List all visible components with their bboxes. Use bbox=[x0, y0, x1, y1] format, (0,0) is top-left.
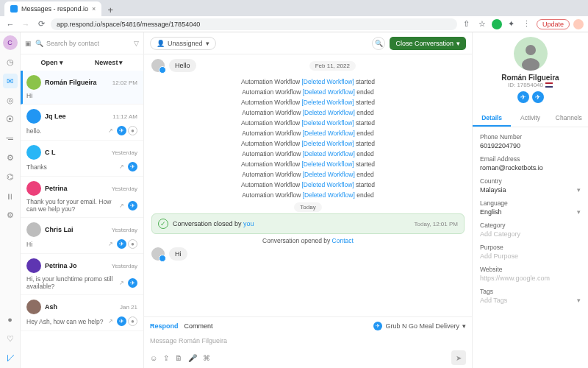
contacts-icon[interactable]: ◎ bbox=[3, 93, 18, 107]
workflow-link[interactable]: [Deleted Workflow] bbox=[301, 78, 354, 85]
conversation-item[interactable]: C LYesterdayThanks↗✈ bbox=[21, 141, 143, 177]
workflow-link[interactable]: [Deleted Workflow] bbox=[303, 171, 355, 178]
workflow-link[interactable]: [Deleted Workflow] bbox=[301, 160, 354, 168]
channel-selector[interactable]: ✈ Grub N Go Meal Delivery ▾ bbox=[373, 322, 466, 330]
assignee-dropdown[interactable]: 👤 Unassigned ▾ bbox=[150, 37, 216, 50]
profile-avatar[interactable] bbox=[573, 19, 584, 29]
conversation-item[interactable]: Chris LaiYesterdayHi↗✈● bbox=[21, 218, 143, 254]
extensions-icon[interactable]: ✦ bbox=[506, 18, 517, 30]
contact-field[interactable]: Phone Number60192204790 bbox=[480, 130, 581, 152]
conversation-name: Jq Lee bbox=[45, 113, 109, 120]
tab-comment[interactable]: Comment bbox=[184, 322, 213, 330]
workflow-link[interactable]: [Deleted Workflow] bbox=[301, 140, 354, 147]
snippet-icon[interactable]: ⌘ bbox=[203, 354, 210, 362]
workflow-event: Automation Workflow [Deleted Workflow] s… bbox=[151, 97, 465, 107]
close-tab-icon[interactable]: × bbox=[92, 5, 96, 13]
delivered-icon: ↗ bbox=[117, 278, 126, 288]
new-tab-button[interactable]: + bbox=[104, 3, 117, 16]
forward-icon[interactable]: → bbox=[20, 18, 32, 30]
workflow-event: Automation Workflow [Deleted Workflow] s… bbox=[151, 180, 465, 190]
send-button[interactable]: ➤ bbox=[451, 350, 466, 365]
workflows-icon[interactable]: ≔ bbox=[3, 131, 18, 146]
filter-icon[interactable]: ▽ bbox=[134, 40, 139, 47]
contact-field[interactable]: LanguageEnglish▾ bbox=[480, 197, 581, 219]
close-conversation-button[interactable]: Close Conversation ▾ bbox=[390, 37, 466, 50]
contact-photo bbox=[514, 37, 548, 71]
reload-icon[interactable]: ⟳ bbox=[35, 18, 47, 30]
extension-icon[interactable] bbox=[492, 19, 502, 29]
avatar bbox=[26, 109, 41, 124]
field-label: Category bbox=[480, 222, 581, 229]
tab-respond[interactable]: Respond bbox=[150, 322, 179, 330]
url-text: app.respond.io/space/54816/message/17854… bbox=[57, 21, 200, 28]
gear-icon[interactable]: ⚙ bbox=[3, 208, 18, 222]
opened-by-link[interactable]: Contact bbox=[332, 237, 354, 244]
conversation-name: Petrina Jo bbox=[45, 262, 108, 269]
telegram-icon[interactable]: ✈ bbox=[517, 91, 529, 103]
workflow-link[interactable]: [Deleted Workflow] bbox=[301, 99, 354, 106]
back-icon[interactable]: ← bbox=[4, 18, 16, 30]
menu-icon[interactable]: ⋮ bbox=[521, 18, 533, 30]
contact-name: Román Filgueira bbox=[477, 74, 584, 82]
help-icon[interactable]: ♡ bbox=[3, 331, 18, 346]
conversation-item[interactable]: Jq Lee11:12 AMhello.↗✈● bbox=[21, 105, 143, 141]
newest-filter[interactable]: Newest▾ bbox=[95, 59, 123, 66]
workflow-event: Automation Workflow [Deleted Workflow] s… bbox=[151, 118, 465, 128]
workflow-link[interactable]: [Deleted Workflow] bbox=[303, 130, 355, 137]
tab-activity[interactable]: Activity bbox=[511, 110, 549, 127]
conversation-item[interactable]: PetrinaYesterdayThank you for your email… bbox=[21, 177, 143, 218]
emoji-icon[interactable]: ☺ bbox=[150, 354, 157, 362]
chat-scroll[interactable]: Hello Feb 11, 2022 Automation Workflow [… bbox=[144, 54, 472, 316]
date-chip: Today bbox=[294, 202, 321, 212]
browser-tab[interactable]: Messages - respond.io × bbox=[4, 1, 101, 16]
mic-icon[interactable]: 🎤 bbox=[188, 354, 197, 362]
panel-toggle-icon[interactable]: ▣ bbox=[25, 40, 32, 47]
conversation-item[interactable]: AshJan 21Hey Ash, how can we help?↗✈● bbox=[21, 295, 143, 331]
conversation-closed-banner: ✓ Conversation closed by you Today, 12:0… bbox=[151, 213, 465, 234]
contact-field[interactable]: Email Addressroman@rocketbots.io bbox=[480, 152, 581, 174]
org-icon[interactable]: ⌬ bbox=[3, 169, 18, 184]
settings-gear-icon[interactable]: ⚙ bbox=[3, 150, 18, 165]
message-bubble: Hi bbox=[169, 247, 187, 261]
workflow-link[interactable]: [Deleted Workflow] bbox=[301, 119, 354, 127]
notifications-icon[interactable]: ● bbox=[3, 312, 18, 327]
delivered-icon: ↗ bbox=[117, 162, 126, 171]
tab-channels[interactable]: Channels bbox=[550, 110, 588, 127]
workflow-link[interactable]: [Deleted Workflow] bbox=[303, 150, 355, 158]
messages-icon[interactable]: ✉ bbox=[3, 74, 18, 88]
workflow-link[interactable]: [Deleted Workflow] bbox=[303, 109, 355, 116]
workflow-link[interactable]: [Deleted Workflow] bbox=[301, 181, 354, 188]
search-chat-icon[interactable]: 🔍 bbox=[372, 37, 385, 50]
dashboard-icon[interactable]: ◷ bbox=[3, 54, 18, 69]
update-button[interactable]: Update bbox=[537, 19, 570, 29]
broadcast-icon[interactable]: ⦿ bbox=[3, 112, 18, 127]
url-bar[interactable]: app.respond.io/space/54816/message/17854… bbox=[51, 18, 457, 30]
bookmark-icon[interactable]: ☆ bbox=[476, 18, 488, 30]
chevron-down-icon: ▾ bbox=[577, 297, 581, 304]
contact-field[interactable]: TagsAdd Tags▾ bbox=[480, 285, 581, 307]
conversation-list: ▣ 🔍 Search by contact ▽ Open▾ Newest▾ Ro… bbox=[21, 32, 144, 368]
extra-icon: ● bbox=[128, 316, 137, 326]
open-filter[interactable]: Open▾ bbox=[41, 59, 63, 66]
file-icon[interactable]: 🗎 bbox=[175, 354, 182, 362]
telegram-icon[interactable]: ✈ bbox=[532, 91, 544, 103]
workspace-avatar[interactable]: C bbox=[3, 35, 18, 50]
message-input[interactable]: Message Román Filgueira bbox=[150, 336, 466, 346]
contact-field[interactable]: CategoryAdd Category bbox=[480, 219, 581, 241]
share-icon[interactable]: ⇧ bbox=[461, 18, 473, 30]
tab-details[interactable]: Details bbox=[473, 110, 511, 127]
closed-by-link[interactable]: you bbox=[243, 220, 254, 227]
workflow-link[interactable]: [Deleted Workflow] bbox=[303, 191, 355, 199]
search-input[interactable]: 🔍 Search by contact bbox=[35, 40, 130, 47]
contact-field[interactable]: CountryMalaysia▾ bbox=[480, 174, 581, 197]
composer: Respond Comment ✈ Grub N Go Meal Deliver… bbox=[144, 316, 472, 368]
reports-icon[interactable]: ⫼ bbox=[3, 188, 18, 203]
check-icon: ✓ bbox=[158, 219, 168, 229]
conversation-item[interactable]: Petrina JoYesterdayHi, is your lunchtime… bbox=[21, 254, 143, 295]
workflow-link[interactable]: [Deleted Workflow] bbox=[303, 88, 355, 96]
attach-icon[interactable]: ⇪ bbox=[163, 354, 169, 362]
contact-field[interactable]: Websitehttps://www.google.com bbox=[480, 263, 581, 285]
conversation-item[interactable]: Román Filgueira12:02 PMHi bbox=[21, 71, 143, 105]
field-label: Language bbox=[480, 199, 581, 207]
contact-field[interactable]: PurposeAdd Purpose bbox=[480, 241, 581, 263]
